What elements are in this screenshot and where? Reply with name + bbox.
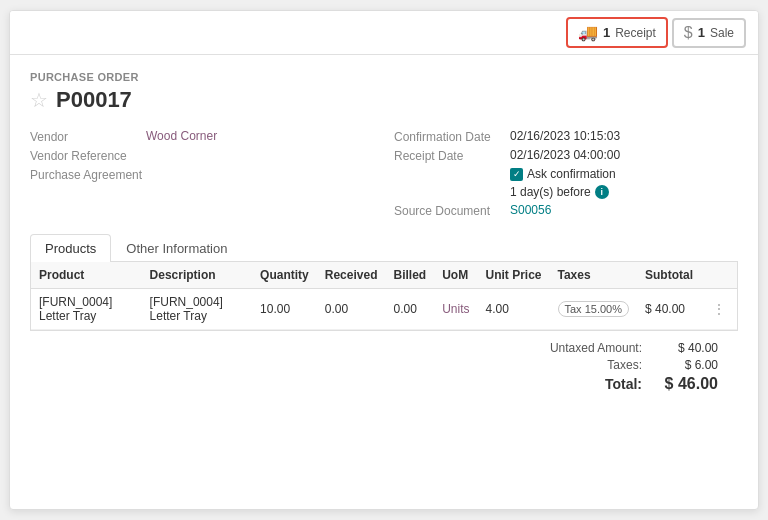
receipt-count: 1 [603, 25, 610, 40]
untaxed-label: Untaxed Amount: [522, 341, 642, 355]
col-actions [701, 262, 737, 289]
col-billed: Billed [385, 262, 434, 289]
receipt-smart-button[interactable]: 🚚 1 Receipt [566, 17, 668, 48]
col-taxes: Taxes [550, 262, 637, 289]
confirmation-date-value: 02/16/2023 10:15:03 [510, 129, 620, 143]
top-bar: 🚚 1 Receipt $ 1 Sale [10, 11, 758, 55]
star-icon[interactable]: ☆ [30, 88, 48, 112]
products-table-container: Product Description Quantity Received Bi… [30, 262, 738, 331]
sale-smart-button[interactable]: $ 1 Sale [672, 18, 746, 48]
right-fields: Confirmation Date 02/16/2023 10:15:03 Re… [394, 129, 738, 218]
col-product: Product [31, 262, 142, 289]
col-quantity: Quantity [252, 262, 317, 289]
receipt-date-field: Receipt Date 02/16/2023 04:00:00 [394, 148, 738, 163]
cell-billed: 0.00 [385, 289, 434, 330]
confirmation-date-field: Confirmation Date 02/16/2023 10:15:03 [394, 129, 738, 144]
products-table: Product Description Quantity Received Bi… [31, 262, 737, 330]
cell-description: [FURN_0004] Letter Tray [142, 289, 253, 330]
source-document-value[interactable]: S00056 [510, 203, 551, 217]
purchase-agreement-label: Purchase Agreement [30, 167, 142, 182]
left-fields: Vendor Wood Corner Vendor Reference Purc… [30, 129, 374, 218]
receipt-label: Receipt [615, 26, 656, 40]
col-description: Description [142, 262, 253, 289]
purchase-order-window: 🚚 1 Receipt $ 1 Sale Purchase Order ☆ P0… [9, 10, 759, 510]
source-document-label: Source Document [394, 203, 504, 218]
truck-icon: 🚚 [578, 23, 598, 42]
cell-uom[interactable]: Units [434, 289, 477, 330]
ask-confirmation-checkbox-row: Ask confirmation [510, 167, 616, 181]
vendor-value[interactable]: Wood Corner [146, 129, 217, 143]
ask-confirmation-spacer [394, 167, 504, 168]
table-row[interactable]: [FURN_0004] Letter Tray [FURN_0004] Lett… [31, 289, 737, 330]
col-uom: UoM [434, 262, 477, 289]
main-content: Purchase Order ☆ P00017 Vendor Wood Corn… [10, 55, 758, 509]
days-before-spacer [394, 185, 504, 186]
ask-confirmation-checkbox[interactable] [510, 168, 523, 181]
fields-grid: Vendor Wood Corner Vendor Reference Purc… [30, 129, 738, 218]
col-subtotal: Subtotal [637, 262, 701, 289]
vendor-ref-field: Vendor Reference [30, 148, 374, 163]
taxes-label: Taxes: [522, 358, 642, 372]
purchase-agreement-field: Purchase Agreement [30, 167, 374, 182]
cell-product: [FURN_0004] Letter Tray [31, 289, 142, 330]
cell-quantity: 10.00 [252, 289, 317, 330]
po-header: ☆ P00017 [30, 87, 738, 113]
days-before-value: 1 day(s) before [510, 185, 591, 199]
taxes-row: Taxes: $ 6.00 [522, 358, 718, 372]
confirmation-date-label: Confirmation Date [394, 129, 504, 144]
cell-unit-price: 4.00 [477, 289, 549, 330]
days-before-row: 1 day(s) before i [394, 185, 738, 199]
total-value: $ 46.00 [658, 375, 718, 393]
dollar-icon: $ [684, 24, 693, 42]
receipt-date-label: Receipt Date [394, 148, 504, 163]
source-document-field: Source Document S00056 [394, 203, 738, 218]
col-received: Received [317, 262, 386, 289]
tab-other-information[interactable]: Other Information [111, 234, 242, 262]
table-header-row: Product Description Quantity Received Bi… [31, 262, 737, 289]
cell-row-menu[interactable]: ⋮ [701, 289, 737, 330]
untaxed-amount-row: Untaxed Amount: $ 40.00 [522, 341, 718, 355]
tab-products[interactable]: Products [30, 234, 111, 262]
totals-section: Untaxed Amount: $ 40.00 Taxes: $ 6.00 To… [30, 331, 738, 403]
vendor-label: Vendor [30, 129, 140, 144]
cell-subtotal: $ 40.00 [637, 289, 701, 330]
ask-confirmation-row: Ask confirmation [394, 167, 738, 181]
tabs: Products Other Information [30, 234, 738, 262]
col-unit-price: Unit Price [477, 262, 549, 289]
untaxed-value: $ 40.00 [658, 341, 718, 355]
vendor-field: Vendor Wood Corner [30, 129, 374, 144]
record-type-label: Purchase Order [30, 71, 738, 83]
info-icon[interactable]: i [595, 185, 609, 199]
cell-received: 0.00 [317, 289, 386, 330]
cell-taxes: Tax 15.00% [550, 289, 637, 330]
po-number: P00017 [56, 87, 132, 113]
row-menu-icon[interactable]: ⋮ [709, 300, 729, 318]
vendor-ref-label: Vendor Reference [30, 148, 140, 163]
grand-total-row: Total: $ 46.00 [522, 375, 718, 393]
receipt-date-value: 02/16/2023 04:00:00 [510, 148, 620, 162]
sale-count: 1 [698, 25, 705, 40]
taxes-value: $ 6.00 [658, 358, 718, 372]
sale-label: Sale [710, 26, 734, 40]
tax-badge: Tax 15.00% [558, 301, 629, 317]
ask-confirmation-label: Ask confirmation [527, 167, 616, 181]
total-label: Total: [522, 376, 642, 392]
